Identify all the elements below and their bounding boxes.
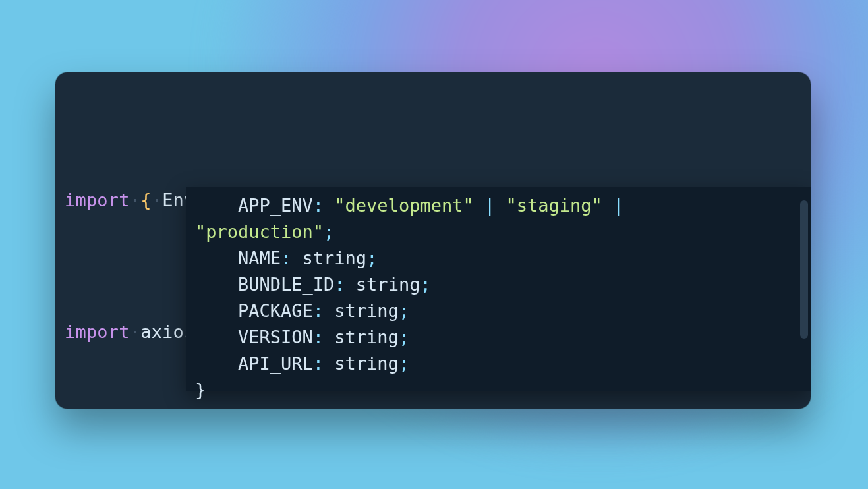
keyword-import: import bbox=[65, 190, 130, 210]
brace-open: { bbox=[140, 190, 151, 210]
type-hover-tooltip[interactable]: APP_ENV: "development" | "staging" | "pr… bbox=[186, 187, 811, 391]
tooltip-content: APP_ENV: "development" | "staging" | "pr… bbox=[195, 192, 635, 403]
tooltip-line-6: VERSION: string; bbox=[195, 327, 409, 347]
tooltip-line-8: } bbox=[195, 380, 206, 400]
whitespace-dot: · bbox=[130, 322, 140, 342]
page-background: import·{·Env·}·from·'@env'; import·axios… bbox=[0, 0, 868, 489]
tooltip-line-1: APP_ENV: "development" | "staging" | bbox=[195, 195, 635, 216]
tooltip-line-5: PACKAGE: string; bbox=[195, 301, 409, 321]
code-editor-window[interactable]: import·{·Env·}·from·'@env'; import·axios… bbox=[55, 72, 811, 409]
whitespace-dot: · bbox=[130, 190, 140, 210]
tooltip-line-2: "production"; bbox=[195, 221, 334, 242]
tooltip-line-7: API_URL: string; bbox=[195, 353, 409, 374]
tooltip-line-4: BUNDLE_ID: string; bbox=[195, 274, 431, 295]
whitespace-dot: · bbox=[152, 190, 162, 210]
tooltip-scrollbar[interactable] bbox=[800, 200, 808, 339]
keyword-import: import bbox=[65, 322, 130, 342]
tooltip-line-3: NAME: string; bbox=[195, 248, 377, 268]
